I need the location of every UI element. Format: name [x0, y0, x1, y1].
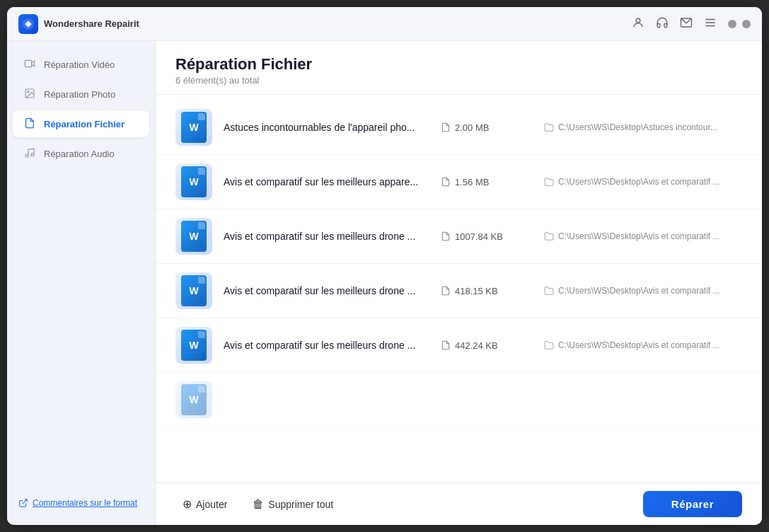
file-path-value: C:\Users\WS\Desktop\Avis et comparatif .… [558, 231, 720, 241]
size-icon [441, 286, 451, 296]
word-file-icon: W [181, 166, 207, 197]
file-path-value: C:\Users\WS\Desktop\Avis et comparatif .… [558, 340, 720, 350]
file-row: W [156, 373, 762, 427]
svg-point-9 [28, 91, 29, 93]
app-window: Wondershare Repairit [7, 7, 762, 525]
sidebar-item-fichier-label: Réparation Fichier [44, 119, 125, 129]
file-size-value: 1.56 MB [455, 177, 489, 187]
audio-icon [24, 147, 37, 160]
file-name: Avis et comparatif sur les meilleurs dro… [224, 285, 429, 296]
file-size: 1007.84 KB [441, 231, 533, 242]
sidebar-item-fichier[interactable]: Réparation Fichier [13, 110, 149, 137]
file-size: 442.24 KB [441, 340, 533, 351]
app-name: Wondershare Repairit [44, 18, 139, 29]
svg-rect-7 [25, 60, 31, 66]
svg-line-12 [23, 499, 27, 504]
file-size-value: 2.00 MB [455, 122, 489, 133]
file-path-value: C:\Users\WS\Desktop\Astuces incontour... [558, 122, 717, 132]
file-list: W Astuces incontournables de l'appareil … [156, 95, 762, 482]
svg-point-11 [31, 154, 34, 156]
file-icon-wrap: W [175, 109, 212, 146]
file-size: 2.00 MB [441, 122, 533, 133]
file-name: Avis et comparatif sur les meilleurs app… [224, 176, 429, 187]
feedback-link-label: Commentaires sur le format [33, 498, 137, 508]
repair-button[interactable]: Réparer [643, 491, 742, 517]
sidebar-item-photo[interactable]: Réparation Photo [13, 81, 149, 108]
folder-icon [544, 340, 554, 350]
file-size: 1.56 MB [441, 177, 533, 187]
sidebar: Réparation Vidéo Réparation Photo Répara… [7, 41, 156, 525]
file-row: W Avis et comparatif sur les meilleurs d… [156, 209, 762, 264]
file-path-value: C:\Users\WS\Desktop\Avis et comparatif .… [558, 177, 720, 187]
file-icon-wrap: W [175, 327, 212, 364]
content-header: Réparation Fichier 6 élément(s) au total [156, 41, 762, 95]
window-controls [728, 20, 751, 28]
content-area: Réparation Fichier 6 élément(s) au total… [156, 41, 762, 525]
menu-icon[interactable] [704, 16, 717, 32]
file-path: C:\Users\WS\Desktop\Astuces incontour... [544, 122, 742, 132]
file-name: Avis et comparatif sur les meilleurs dro… [224, 231, 429, 242]
main-layout: Réparation Vidéo Réparation Photo Répara… [7, 41, 762, 525]
sidebar-footer: Commentaires sur le format [7, 490, 155, 516]
video-icon [24, 58, 37, 71]
headset-icon[interactable] [656, 16, 669, 32]
word-file-icon: W [181, 330, 207, 361]
file-name: Astuces incontournables de l'appareil ph… [224, 122, 429, 133]
file-row: W Avis et comparatif sur les meilleurs a… [156, 155, 762, 209]
feedback-link[interactable]: Commentaires sur le format [18, 498, 144, 508]
trash-icon: 🗑 [253, 498, 264, 511]
file-size-value: 1007.84 KB [455, 231, 503, 242]
title-bar-logo: Wondershare Repairit [18, 14, 632, 34]
file-icon-wrap: W [175, 381, 212, 418]
word-file-icon: W [181, 221, 207, 252]
folder-icon [544, 177, 554, 187]
sidebar-item-photo-label: Réparation Photo [44, 89, 115, 100]
file-row: W Astuces incontournables de l'appareil … [156, 100, 762, 155]
photo-icon [24, 88, 37, 100]
file-icon [24, 117, 37, 130]
file-path: C:\Users\WS\Desktop\Avis et comparatif .… [544, 177, 742, 187]
folder-icon [544, 231, 554, 241]
file-path-value: C:\Users\WS\Desktop\Avis et comparatif .… [558, 286, 720, 296]
size-icon [441, 122, 451, 132]
sidebar-item-video-label: Réparation Vidéo [44, 59, 115, 70]
minimize-button[interactable] [728, 20, 736, 28]
file-row: W Avis et comparatif sur les meilleurs d… [156, 264, 762, 318]
bottom-bar: ⊕ Ajouter 🗑 Supprimer tout Réparer [156, 482, 762, 525]
title-bar-controls [632, 16, 751, 32]
file-path: C:\Users\WS\Desktop\Avis et comparatif .… [544, 286, 742, 296]
mail-icon[interactable] [680, 16, 693, 32]
add-icon: ⊕ [183, 497, 192, 511]
size-icon [441, 177, 451, 187]
external-link-icon [18, 498, 28, 508]
page-subtitle: 6 élément(s) au total [175, 75, 742, 86]
file-name: Avis et comparatif sur les meilleurs dro… [224, 340, 429, 351]
sidebar-item-video[interactable]: Réparation Vidéo [13, 51, 149, 78]
delete-all-button[interactable]: 🗑 Supprimer tout [245, 494, 340, 515]
file-size-value: 418.15 KB [455, 286, 498, 296]
file-row: W Avis et comparatif sur les meilleurs d… [156, 318, 762, 373]
file-icon-wrap: W [175, 163, 212, 200]
add-label: Ajouter [196, 499, 227, 510]
file-icon-wrap: W [175, 218, 212, 255]
folder-icon [544, 286, 554, 296]
file-icon-wrap: W [175, 272, 212, 309]
sidebar-item-audio-label: Réparation Audio [44, 149, 115, 159]
file-path: C:\Users\WS\Desktop\Avis et comparatif .… [544, 231, 742, 241]
size-icon [441, 340, 451, 350]
word-file-icon: W [181, 275, 207, 306]
close-button[interactable] [742, 20, 751, 28]
page-title: Réparation Fichier [175, 55, 742, 74]
user-icon[interactable] [632, 16, 644, 32]
file-size-value: 442.24 KB [455, 340, 498, 351]
title-bar: Wondershare Repairit [7, 7, 762, 41]
sidebar-item-audio[interactable]: Réparation Audio [13, 140, 149, 167]
word-file-icon: W [181, 112, 207, 143]
folder-icon [544, 122, 554, 132]
svg-point-2 [636, 18, 640, 23]
app-logo-icon [18, 14, 38, 34]
add-button[interactable]: ⊕ Ajouter [175, 493, 234, 515]
file-size: 418.15 KB [441, 286, 533, 296]
word-file-icon: W [181, 384, 207, 415]
file-path: C:\Users\WS\Desktop\Avis et comparatif .… [544, 340, 742, 350]
